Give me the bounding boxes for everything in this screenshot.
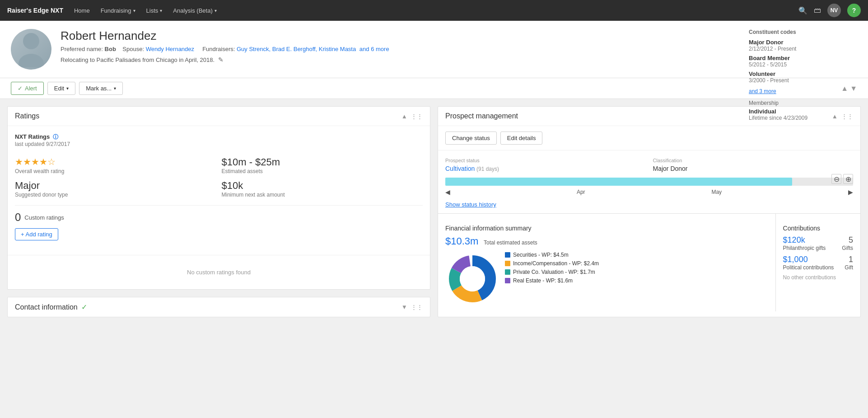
timeline-bar — [445, 178, 853, 186]
contact-menu-button[interactable]: ⋮⋮ — [411, 304, 423, 310]
spouse-link[interactable]: Wendy Hernandez — [146, 46, 194, 52]
philanthropic-value: $120k — [783, 235, 826, 245]
constituent-code-volunteer: Volunteer 3/2000 - Present — [749, 70, 857, 84]
constituent-code-board-member: Board Member 5/2012 - 5/2015 — [749, 55, 857, 68]
timeline-label-may: May — [711, 189, 722, 195]
constituent-and-more-link[interactable]: and 3 more — [749, 88, 776, 94]
constituent-codes-title: Constituent codes — [749, 29, 857, 35]
add-rating-button[interactable]: + Add rating — [15, 228, 58, 240]
change-status-button[interactable]: Change status — [445, 132, 497, 145]
estimated-assets-label: Estimated assets — [222, 168, 423, 174]
edit-note-button[interactable]: ✎ — [218, 56, 224, 63]
spouse-label: Spouse: — [122, 46, 144, 52]
philanthropic-label: Philanthropic gifts — [783, 245, 826, 251]
contact-collapse-button[interactable]: ▼ — [401, 304, 407, 310]
donor-type-value: Major — [15, 180, 216, 192]
donut-chart — [445, 252, 499, 306]
prospect-status-label: Prospect status — [445, 158, 646, 163]
chevron-down-icon: ▾ — [114, 86, 116, 91]
contact-check-icon: ✓ — [81, 303, 87, 311]
edit-button[interactable]: Edit ▾ — [47, 82, 75, 95]
chevron-down-icon: ▾ — [160, 8, 162, 13]
prospect-status-row: Prospect status Cultivation (91 days) Cl… — [438, 158, 860, 172]
contact-header-actions: ▼ ⋮⋮ — [401, 304, 423, 310]
nav-home[interactable]: Home — [74, 7, 90, 14]
fundraisers-label: Fundraisers: — [202, 46, 235, 52]
profile-meta: Preferred name: Bob Spouse: Wendy Hernan… — [61, 46, 857, 52]
timeline-next-button[interactable]: ▶ — [848, 188, 853, 196]
info-icon: ⓘ — [53, 134, 58, 140]
political-count-label: Gift — [845, 264, 853, 271]
estimated-assets-block: $10m - $25m Estimated assets — [222, 153, 423, 174]
user-avatar[interactable]: NV — [827, 4, 841, 17]
profile-photo-placeholder — [11, 29, 51, 70]
legend-dot-real-estate — [505, 278, 510, 283]
ratings-header-actions: ▲ ⋮⋮ — [401, 113, 423, 120]
ratings-title: Ratings — [15, 112, 39, 120]
nav-fundraising[interactable]: Fundraising ▾ — [101, 7, 135, 14]
database-icon[interactable]: 🗃 — [814, 6, 821, 14]
search-icon[interactable]: 🔍 — [798, 6, 807, 15]
ratings-card-header: Ratings ▲ ⋮⋮ — [8, 107, 430, 126]
contributions-section: Contributions $120k Philanthropic gifts … — [775, 214, 860, 311]
philanthropic-count-label: Gifts — [842, 245, 853, 251]
last-updated: last updated 9/27/2017 — [15, 141, 423, 147]
membership-since: Lifetime since 4/23/2009 — [749, 115, 857, 121]
membership-title: Membership — [749, 100, 857, 106]
profile-name: Robert Hernandez — [61, 29, 857, 43]
ratings-card-body: NXT Ratings ⓘ last updated 9/27/2017 ★★★… — [8, 126, 430, 248]
no-other-contributions: No other contributions — [783, 274, 853, 281]
alert-button[interactable]: ✓ Alert — [11, 82, 44, 95]
checkmark-icon: ✓ — [18, 85, 23, 92]
prospect-actions: Change status Edit details — [438, 126, 860, 150]
brand-label: Raiser's Edge NXT — [7, 7, 63, 14]
svg-point-6 — [460, 266, 485, 291]
legend-item-real-estate: Real Estate - WP: $1.6m — [505, 277, 599, 284]
preferred-name: Bob — [105, 46, 116, 52]
svg-point-1 — [19, 54, 44, 67]
timeline-label-apr: Apr — [577, 189, 585, 195]
donor-type-label: Suggested donor type — [15, 192, 216, 198]
zoom-controls: ⊖ ⊕ — [831, 174, 853, 184]
total-assets-label: Total estimated assets — [484, 240, 537, 246]
no-ratings-area: No custom ratings found — [8, 255, 430, 289]
constituent-code-major-donor: Major Donor 2/12/2012 - Present — [749, 39, 857, 52]
ratings-grid: ★★★★☆ Overall wealth rating $10m - $25m … — [15, 153, 423, 198]
mark-as-button[interactable]: Mark as... ▾ — [79, 82, 123, 95]
classification-value: Major Donor — [653, 165, 854, 172]
and-more-link[interactable]: and 6 more — [359, 46, 389, 52]
prospect-status-value: Cultivation — [445, 165, 475, 172]
left-column: Ratings ▲ ⋮⋮ NXT Ratings ⓘ last updated … — [7, 106, 430, 317]
nav-analysis[interactable]: Analysis (Beta) ▾ — [173, 7, 216, 14]
nav-right: 🔍 🗃 NV ? — [798, 4, 861, 17]
nxt-ratings-label: NXT Ratings ⓘ — [15, 133, 423, 141]
legend-dot-private-co — [505, 269, 510, 275]
total-assets-value: $10.3m — [445, 235, 478, 247]
svg-point-0 — [23, 33, 39, 49]
chevron-down-icon: ▾ — [66, 86, 69, 91]
fundraisers-link[interactable]: Guy Strenck, Brad E. Berghoff, Kristine … — [237, 46, 356, 52]
custom-ratings-header: 0 Custom ratings — [15, 205, 423, 224]
navbar: Raiser's Edge NXT Home Fundraising ▾ Lis… — [0, 0, 868, 21]
timeline-prev-button[interactable]: ◀ — [445, 188, 450, 196]
contributions-title: Contributions — [783, 219, 853, 235]
financial-content: Securities - WP: $4.5m Income/Compensati… — [445, 252, 768, 306]
wealth-rating-block: ★★★★☆ Overall wealth rating — [15, 153, 216, 174]
chevron-down-icon: ▾ — [215, 8, 217, 13]
donor-type-block: Major Suggested donor type — [15, 180, 216, 198]
show-history-link[interactable]: Show status history — [438, 201, 860, 213]
legend-item-securities: Securities - WP: $4.5m — [505, 252, 599, 258]
estimated-assets-value: $10m - $25m — [222, 156, 423, 168]
nav-lists[interactable]: Lists ▾ — [146, 7, 163, 14]
ratings-menu-button[interactable]: ⋮⋮ — [411, 113, 423, 120]
profile-header: Robert Hernandez Preferred name: Bob Spo… — [0, 21, 868, 78]
zoom-out-button[interactable]: ⊖ — [831, 174, 841, 184]
edit-details-button[interactable]: Edit details — [500, 132, 543, 145]
political-value: $1,000 — [783, 255, 834, 264]
zoom-in-button[interactable]: ⊕ — [843, 174, 853, 184]
legend-item-income: Income/Compensation - WP: $2.4m — [505, 260, 599, 267]
political-row: $1,000 Political contributions 1 Gift — [783, 255, 853, 271]
help-button[interactable]: ? — [847, 4, 861, 17]
ratings-collapse-button[interactable]: ▲ — [401, 113, 407, 120]
classification-label: Classification — [653, 158, 854, 163]
